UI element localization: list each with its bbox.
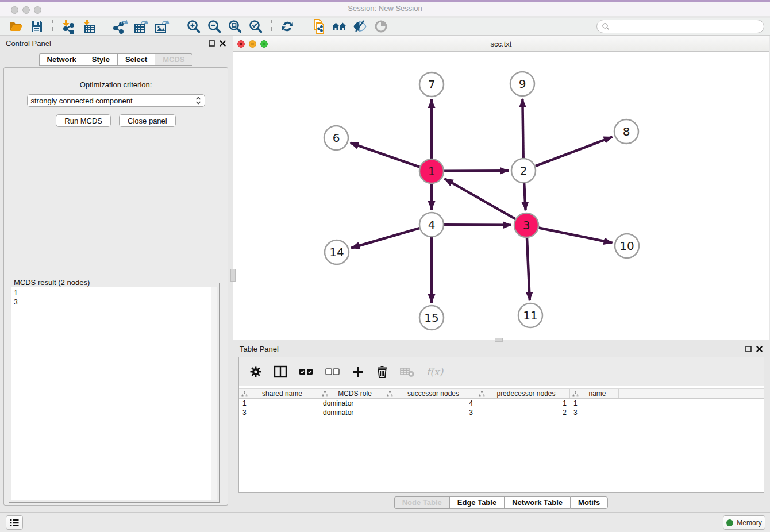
close-table-panel-icon[interactable] bbox=[756, 346, 763, 352]
graphics-details-icon[interactable] bbox=[352, 18, 369, 34]
graph-node-label-3: 3 bbox=[523, 218, 530, 232]
cell-successor-nodes[interactable]: 3 bbox=[384, 408, 476, 417]
table-options-icon[interactable] bbox=[249, 365, 262, 378]
column-header-name[interactable]: name bbox=[570, 389, 619, 398]
cell-shared-name[interactable]: 1 bbox=[239, 399, 319, 408]
tab-motifs[interactable]: Motifs bbox=[570, 496, 608, 509]
toolbar-separator bbox=[105, 20, 105, 33]
apply-layout-icon[interactable] bbox=[279, 18, 296, 34]
graph-edge-2-9[interactable] bbox=[522, 99, 523, 158]
cell-predecessor-nodes[interactable]: 2 bbox=[476, 408, 570, 417]
tab-style[interactable]: Style bbox=[84, 53, 117, 66]
zoom-selected-icon[interactable] bbox=[247, 18, 264, 34]
task-history-button[interactable] bbox=[6, 515, 23, 530]
graph-edge-3-10[interactable] bbox=[539, 228, 613, 242]
add-column-icon[interactable] bbox=[352, 365, 364, 378]
memory-button[interactable]: Memory bbox=[723, 515, 765, 530]
deselect-all-icon[interactable] bbox=[325, 365, 340, 378]
tab-network-table[interactable]: Network Table bbox=[504, 496, 570, 509]
column-sort-icon bbox=[322, 391, 328, 397]
fit-content-icon[interactable] bbox=[226, 18, 244, 34]
column-header-predecessor-nodes[interactable]: predecessor nodes bbox=[476, 389, 570, 398]
function-builder-icon[interactable]: f(x) bbox=[426, 366, 443, 377]
tab-select[interactable]: Select bbox=[117, 53, 155, 66]
cell-name[interactable]: 1 bbox=[570, 399, 619, 408]
network-window-titlebar[interactable]: scc.txt bbox=[233, 36, 769, 52]
zoom-in-icon[interactable] bbox=[185, 18, 202, 34]
cell-name[interactable]: 3 bbox=[570, 408, 619, 417]
first-neighbors-icon[interactable] bbox=[331, 18, 348, 34]
toolbar-separator bbox=[271, 20, 272, 33]
table-row[interactable]: 3dominator323 bbox=[239, 408, 764, 417]
graph-edge-1-2[interactable] bbox=[444, 171, 509, 171]
network-canvas[interactable]: 7968124314101511 bbox=[233, 52, 769, 340]
node-table-container: f(x) shared nameMCDS rolesuccessor nodes… bbox=[238, 357, 764, 493]
control-panel: Control Panel NetworkStyleSelectMCDS Opt… bbox=[0, 36, 232, 511]
table-row[interactable]: 1dominator411 bbox=[239, 399, 764, 408]
close-panel-button[interactable]: Close panel bbox=[119, 114, 176, 127]
cell-predecessor-nodes[interactable]: 1 bbox=[476, 399, 570, 408]
graph-node-label-4: 4 bbox=[428, 218, 436, 232]
graph-edge-4-3[interactable] bbox=[444, 225, 511, 225]
optimization-criterion-label: Optimization criterion: bbox=[4, 80, 228, 89]
mcds-panel: Optimization criterion: strongly connect… bbox=[3, 67, 228, 506]
memory-label: Memory bbox=[737, 519, 761, 527]
tab-network[interactable]: Network bbox=[39, 53, 84, 66]
horizontal-splitter-grip[interactable] bbox=[495, 338, 503, 342]
tab-edge-table[interactable]: Edge Table bbox=[449, 496, 504, 509]
float-panel-icon[interactable] bbox=[209, 40, 215, 47]
graph-node-label-10: 10 bbox=[619, 239, 634, 253]
split-panel-icon[interactable] bbox=[274, 365, 287, 378]
tab-node-table[interactable]: Node Table bbox=[394, 496, 449, 509]
toolbar-separator bbox=[178, 20, 178, 33]
graph-node-label-9: 9 bbox=[519, 77, 526, 91]
float-table-panel-icon[interactable] bbox=[745, 346, 752, 352]
vertical-splitter-grip[interactable] bbox=[230, 269, 236, 282]
cell-successor-nodes[interactable]: 4 bbox=[384, 399, 476, 408]
cell-MCDS-role[interactable]: dominator bbox=[319, 399, 384, 408]
cell-shared-name[interactable]: 3 bbox=[239, 408, 319, 417]
column-header-shared-name[interactable]: shared name bbox=[239, 389, 319, 398]
save-icon[interactable] bbox=[28, 18, 45, 34]
import-table-icon[interactable] bbox=[80, 18, 98, 34]
import-network-icon[interactable] bbox=[60, 18, 77, 34]
zoom-out-icon[interactable] bbox=[206, 18, 223, 34]
table-panel-header: Table Panel bbox=[233, 342, 769, 356]
graph-edge-3-11[interactable] bbox=[527, 238, 530, 300]
export-network-icon[interactable] bbox=[112, 18, 129, 34]
close-panel-icon[interactable] bbox=[220, 40, 226, 47]
mcds-result-text[interactable]: 1 3 bbox=[11, 287, 217, 500]
select-all-icon[interactable] bbox=[299, 365, 314, 378]
export-image-icon[interactable] bbox=[153, 18, 171, 34]
graph-edge-2-3[interactable] bbox=[524, 183, 525, 210]
cell-MCDS-role[interactable]: dominator bbox=[319, 408, 384, 417]
graph-edge-2-8[interactable] bbox=[536, 137, 613, 166]
criterion-select[interactable]: strongly connected component bbox=[27, 94, 205, 107]
app-titlebar: Session: New Session bbox=[0, 0, 770, 16]
delete-column-icon[interactable] bbox=[376, 365, 388, 378]
table-panel: Table Panel bbox=[233, 342, 769, 511]
table-header-row: shared nameMCDS rolesuccessor nodesprede… bbox=[239, 388, 764, 399]
graph-edge-3-1[interactable] bbox=[445, 179, 515, 219]
graph-node-label-8: 8 bbox=[623, 125, 630, 138]
search-box[interactable] bbox=[596, 20, 764, 33]
graph-edge-1-6[interactable] bbox=[351, 143, 420, 167]
graph-edge-4-14[interactable] bbox=[351, 228, 419, 248]
delete-table-icon[interactable] bbox=[400, 365, 415, 378]
open-file-icon[interactable] bbox=[7, 18, 25, 34]
column-header-successor-nodes[interactable]: successor nodes bbox=[384, 389, 476, 398]
birds-eye-view-icon[interactable] bbox=[372, 18, 390, 34]
memory-status-icon bbox=[726, 519, 733, 526]
column-header-MCDS-role[interactable]: MCDS role bbox=[319, 389, 384, 398]
tab-mcds[interactable]: MCDS bbox=[155, 53, 192, 66]
run-mcds-button[interactable]: Run MCDS bbox=[56, 114, 111, 127]
result-scrollbar[interactable] bbox=[211, 287, 217, 500]
export-table-icon[interactable] bbox=[133, 18, 150, 34]
window-title: Session: New Session bbox=[0, 4, 770, 13]
graph-node-label-6: 6 bbox=[333, 131, 340, 145]
network-window: scc.txt 7968124314101511 bbox=[233, 36, 769, 340]
search-input[interactable] bbox=[610, 22, 759, 30]
clone-network-icon[interactable] bbox=[310, 18, 328, 34]
status-bar: Memory bbox=[0, 512, 770, 532]
column-label: successor nodes bbox=[393, 390, 473, 398]
